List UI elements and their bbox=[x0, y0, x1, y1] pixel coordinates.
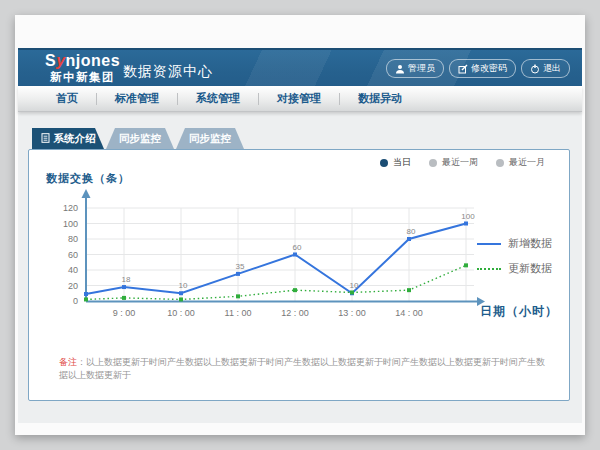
logout-button[interactable]: 退出 bbox=[521, 59, 570, 78]
tab-sync-monitor-1[interactable]: 同步监控 bbox=[106, 128, 174, 149]
admin-user-label: 管理员 bbox=[408, 62, 435, 75]
time-range-filters: 当日 最近一周 最近一月 bbox=[380, 156, 545, 169]
brand-logo-cn: 新中新集团 bbox=[45, 71, 120, 83]
x-axis-title: 日期（小时） bbox=[480, 303, 558, 320]
nav-item-data-change[interactable]: 数据异动 bbox=[340, 91, 420, 106]
tab-label: 同步监控 bbox=[189, 132, 231, 146]
legend-item-updated-data: 更新数据 bbox=[477, 261, 552, 276]
tab-label: 系统介绍 bbox=[54, 132, 96, 146]
brand-logo-en: Synjones bbox=[45, 53, 120, 70]
svg-text:14 : 00: 14 : 00 bbox=[395, 308, 423, 318]
page-title: 数据资源中心 bbox=[123, 63, 213, 81]
footnote: 备注：以上数据更新于时间产生数据以上数据更新于时间产生数据以上数据更新于时间产生… bbox=[59, 356, 549, 381]
radio-icon bbox=[496, 159, 504, 167]
svg-text:10: 10 bbox=[350, 281, 359, 290]
legend-line-solid-icon bbox=[477, 243, 501, 245]
tab-system-intro[interactable]: 系统介绍 bbox=[32, 128, 104, 149]
svg-text:12 : 00: 12 : 00 bbox=[281, 308, 309, 318]
svg-text:100: 100 bbox=[63, 219, 78, 229]
document-icon bbox=[41, 133, 50, 145]
content-area: 系统介绍 同步监控 同步监控 当日 最近一周 bbox=[18, 112, 582, 423]
logo-rest: njones bbox=[66, 52, 121, 69]
edit-icon bbox=[458, 64, 468, 74]
footnote-prefix: 备注 bbox=[59, 357, 77, 367]
admin-user-button[interactable]: 管理员 bbox=[386, 59, 444, 78]
svg-text:10: 10 bbox=[179, 281, 188, 290]
logout-label: 退出 bbox=[543, 62, 561, 75]
radio-selected-icon bbox=[380, 159, 388, 167]
svg-text:100: 100 bbox=[461, 212, 475, 221]
webpage: Synjones 新中新集团 数据资源中心 管理员 修改密码 bbox=[15, 15, 585, 435]
svg-text:60: 60 bbox=[293, 243, 302, 252]
svg-text:13 : 00: 13 : 00 bbox=[338, 308, 366, 318]
svg-text:20: 20 bbox=[68, 281, 78, 291]
legend-label: 新增数据 bbox=[508, 236, 552, 251]
legend-label: 更新数据 bbox=[508, 261, 552, 276]
svg-text:18: 18 bbox=[122, 275, 131, 284]
svg-text:10 : 00: 10 : 00 bbox=[167, 308, 195, 318]
tab-sync-monitor-2[interactable]: 同步监控 bbox=[176, 128, 244, 149]
footnote-text: ：以上数据更新于时间产生数据以上数据更新于时间产生数据以上数据更新于时间产生数据… bbox=[59, 357, 545, 380]
tab-bar: 系统介绍 同步监控 同步监控 bbox=[32, 128, 246, 149]
svg-text:11 : 00: 11 : 00 bbox=[225, 308, 252, 318]
filter-last-month[interactable]: 最近一月 bbox=[496, 156, 545, 169]
chart-legend: 新增数据 更新数据 bbox=[477, 236, 552, 276]
logo-letter-s: S bbox=[45, 52, 56, 69]
change-password-label: 修改密码 bbox=[471, 62, 507, 75]
change-password-button[interactable]: 修改密码 bbox=[449, 59, 516, 78]
nav-item-integration-mgmt[interactable]: 对接管理 bbox=[259, 91, 339, 106]
svg-text:60: 60 bbox=[68, 250, 78, 260]
brand-logo: Synjones 新中新集团 bbox=[45, 53, 120, 83]
power-icon bbox=[530, 64, 540, 74]
tab-label: 同步监控 bbox=[119, 132, 161, 146]
svg-text:80: 80 bbox=[68, 234, 78, 244]
screenshot-canvas: Synjones 新中新集团 数据资源中心 管理员 修改密码 bbox=[0, 0, 600, 450]
radio-icon bbox=[429, 159, 437, 167]
filter-last-week[interactable]: 最近一周 bbox=[429, 156, 478, 169]
filter-label: 最近一周 bbox=[442, 156, 478, 169]
chart-panel: 当日 最近一周 最近一月 数据交换（条） 0204060801001209 : … bbox=[28, 149, 570, 401]
svg-text:0: 0 bbox=[73, 296, 78, 306]
user-actions: 管理员 修改密码 退出 bbox=[386, 59, 570, 78]
main-nav: 首页 标准管理 系统管理 对接管理 数据异动 bbox=[18, 86, 582, 112]
legend-item-new-data: 新增数据 bbox=[477, 236, 552, 251]
y-axis-title: 数据交换（条） bbox=[46, 171, 130, 186]
logo-mark: y bbox=[56, 52, 65, 69]
nav-item-home[interactable]: 首页 bbox=[38, 91, 96, 106]
svg-text:120: 120 bbox=[63, 203, 78, 213]
user-icon bbox=[395, 64, 405, 74]
nav-item-system-mgmt[interactable]: 系统管理 bbox=[178, 91, 258, 106]
svg-text:9 : 00: 9 : 00 bbox=[113, 308, 136, 318]
svg-text:80: 80 bbox=[407, 227, 416, 236]
svg-text:40: 40 bbox=[68, 265, 78, 275]
svg-text:35: 35 bbox=[236, 262, 245, 271]
app-header: Synjones 新中新集团 数据资源中心 管理员 修改密码 bbox=[18, 48, 582, 86]
nav-item-standard-mgmt[interactable]: 标准管理 bbox=[97, 91, 177, 106]
filter-label: 最近一月 bbox=[509, 156, 545, 169]
filter-label: 当日 bbox=[393, 156, 411, 169]
filter-today[interactable]: 当日 bbox=[380, 156, 411, 169]
legend-line-dotted-icon bbox=[477, 268, 501, 270]
